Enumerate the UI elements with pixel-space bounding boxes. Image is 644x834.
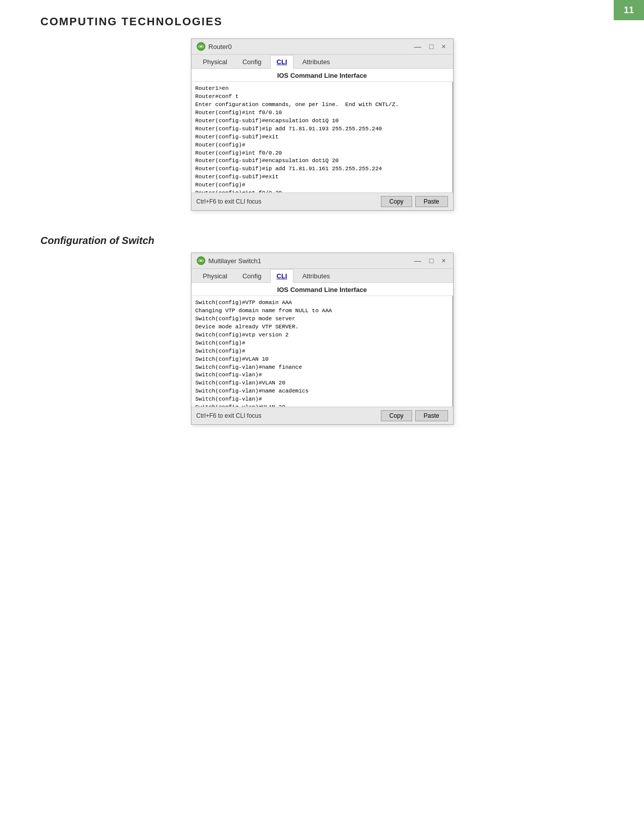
switch-close-button[interactable]: × xyxy=(439,257,448,265)
switch-icon xyxy=(196,256,206,265)
router-titlebar: Router0 — □ × xyxy=(191,39,453,55)
router-bottom-buttons: Copy Paste xyxy=(381,196,448,207)
page-number-badge: 11 xyxy=(614,0,644,20)
tab-physical-router[interactable]: Physical xyxy=(196,55,234,69)
router-window-controls[interactable]: — □ × xyxy=(412,42,448,51)
switch-bottom-bar: Ctrl+F6 to exit CLI focus Copy Paste xyxy=(191,407,453,424)
router-title-left: Router0 xyxy=(196,42,232,51)
tab-attributes-switch[interactable]: Attributes xyxy=(295,269,336,283)
switch-title-left: Multilayer Switch1 xyxy=(196,256,262,265)
switch-title-text: Multilayer Switch1 xyxy=(209,257,262,265)
router-paste-button[interactable]: Paste xyxy=(415,196,448,207)
tab-physical-switch[interactable]: Physical xyxy=(196,269,234,283)
svg-point-7 xyxy=(202,260,203,261)
switch-minimize-button[interactable]: — xyxy=(412,257,423,265)
switch-cli-content[interactable]: Switch(config)#VTP domain AAA Changing V… xyxy=(191,296,453,407)
router-bottom-hint: Ctrl+F6 to exit CLI focus xyxy=(196,198,262,205)
switch-paste-button[interactable]: Paste xyxy=(415,410,448,421)
svg-point-3 xyxy=(202,46,203,47)
page-title: COMPUTING TECHNOLOGIES xyxy=(0,0,644,38)
switch-tab-bar: Physical Config CLI Attributes xyxy=(191,269,453,283)
switch-bottom-hint: Ctrl+F6 to exit CLI focus xyxy=(196,412,262,419)
switch-bottom-buttons: Copy Paste xyxy=(381,410,448,421)
tab-cli-router[interactable]: CLI xyxy=(270,55,294,69)
tab-attributes-router[interactable]: Attributes xyxy=(295,55,336,69)
switch-maximize-button[interactable]: □ xyxy=(427,257,435,265)
minimize-button[interactable]: — xyxy=(412,42,423,51)
tab-cli-switch[interactable]: CLI xyxy=(270,269,294,283)
tab-config-router[interactable]: Config xyxy=(236,55,268,69)
section-heading-switch: Configuration of Switch xyxy=(0,226,644,253)
tab-config-switch[interactable]: Config xyxy=(236,269,268,283)
router-icon xyxy=(196,42,206,51)
switch-window: Multilayer Switch1 — □ × Physical Config… xyxy=(191,253,454,425)
switch-copy-button[interactable]: Copy xyxy=(381,410,412,421)
router-copy-button[interactable]: Copy xyxy=(381,196,412,207)
router-bottom-bar: Ctrl+F6 to exit CLI focus Copy Paste xyxy=(191,192,453,210)
switch-window-controls[interactable]: — □ × xyxy=(412,257,448,265)
router-tab-bar: Physical Config CLI Attributes xyxy=(191,55,453,69)
router-cli-heading: IOS Command Line Interface xyxy=(191,69,453,81)
close-button[interactable]: × xyxy=(439,42,448,51)
svg-point-6 xyxy=(199,260,200,261)
switch-cli-heading: IOS Command Line Interface xyxy=(191,283,453,296)
switch-titlebar: Multilayer Switch1 — □ × xyxy=(191,253,453,269)
router-title-text: Router0 xyxy=(209,43,232,51)
router-window: Router0 — □ × Physical Config CLI Attrib… xyxy=(191,38,454,211)
router-cli-content[interactable]: Router1>en Router#conf t Enter configura… xyxy=(191,81,453,192)
maximize-button[interactable]: □ xyxy=(427,42,435,51)
svg-point-2 xyxy=(199,46,200,47)
